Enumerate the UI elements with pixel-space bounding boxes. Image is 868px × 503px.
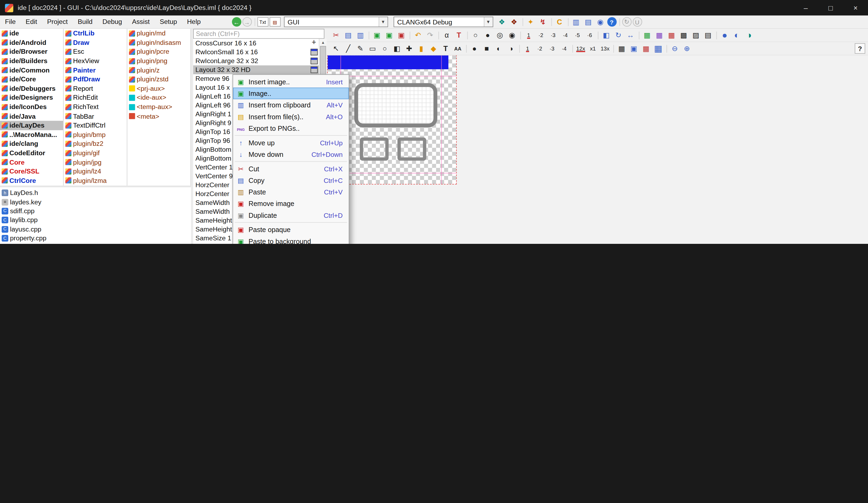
package-item[interactable]: plugin/bmp — [64, 130, 127, 139]
pattern-dark-icon[interactable]: ▩ — [678, 30, 689, 41]
menu[interactable]: Project — [42, 16, 73, 28]
size-3-icon[interactable]: ·3 — [546, 43, 557, 54]
select-tool-icon[interactable]: ↖ — [331, 43, 342, 54]
insert-image-icon[interactable]: ▣ — [371, 30, 382, 41]
package-item[interactable]: RichEdit — [64, 93, 127, 102]
image-list-item[interactable]: Layout 32 x 32 HD — [193, 65, 319, 74]
refresh-icon[interactable]: ↻ — [622, 17, 631, 27]
menu-item[interactable]: CopyCtrl+C — [233, 174, 349, 186]
help-icon[interactable]: ? — [607, 17, 616, 27]
back-icon[interactable]: ← — [231, 17, 241, 27]
package-item[interactable]: CodeEditor — [0, 148, 63, 157]
build-settings-icon[interactable]: ✦ — [525, 17, 536, 27]
hotspot-tool-icon[interactable]: ◆ — [428, 43, 439, 54]
package-item[interactable]: ide/Designers — [0, 93, 63, 102]
file-item[interactable]: property.cpp — [0, 234, 64, 243]
size-2-icon[interactable]: ·2 — [534, 43, 545, 54]
package-item[interactable]: ide — [0, 29, 63, 38]
assist-icon[interactable]: ◉ — [595, 17, 606, 27]
circle-filled-icon[interactable]: ● — [482, 30, 493, 41]
pattern-green-icon[interactable]: ▦ — [642, 30, 652, 41]
file-item[interactable]: laydes.key — [0, 198, 64, 207]
package-item[interactable]: plugin/png — [127, 57, 190, 66]
package-item[interactable]: TextDiffCtrl — [64, 121, 127, 130]
pen-3-icon[interactable]: ·3 — [547, 30, 558, 41]
undo-icon[interactable]: ↶ — [412, 30, 423, 41]
package-item[interactable]: plugin/lzma — [64, 176, 127, 185]
package-edit-icon[interactable]: ❖ — [508, 17, 519, 27]
package-item[interactable]: ide/IconDes — [0, 102, 63, 111]
package-item[interactable]: ide/Debuggers — [0, 84, 63, 93]
file-item[interactable]: textprop.cpp — [0, 243, 64, 244]
package-item[interactable]: plugin/md — [127, 29, 190, 38]
freehand-tool-icon[interactable]: ✎ — [355, 43, 366, 54]
zoom-12x-icon[interactable]: 12x — [575, 43, 586, 54]
circle-dot-icon[interactable]: ◉ — [507, 30, 518, 41]
image-list-item[interactable]: CrossCursor 16 x 16 — [193, 39, 319, 48]
size-4-icon[interactable]: ·4 — [559, 43, 570, 54]
package-item[interactable]: plugin/zstd — [127, 75, 190, 84]
package-item[interactable]: CtrlCore — [0, 176, 63, 185]
zoom-13x-icon[interactable]: 13x — [599, 43, 610, 54]
size-1-icon[interactable]: 1 — [522, 43, 533, 54]
package-item[interactable]: Core — [0, 158, 63, 167]
grid-large-icon[interactable]: ▦ — [652, 43, 663, 54]
rect-tool-icon[interactable]: ▭ — [367, 43, 378, 54]
sphere-icon[interactable]: ● — [719, 30, 730, 41]
menu-item[interactable]: DuplicateCtrl+D — [233, 210, 349, 221]
fill-tool-icon[interactable]: ◧ — [392, 43, 402, 54]
redo-icon[interactable]: ↷ — [424, 30, 435, 41]
pattern-grid-icon[interactable]: ▤ — [702, 30, 713, 41]
maximize-button[interactable]: □ — [818, 0, 843, 16]
package-item[interactable]: plugin/z — [127, 66, 190, 75]
help-button[interactable]: ? — [855, 43, 865, 54]
package-item[interactable]: Draw — [64, 38, 127, 47]
menu[interactable]: Assist — [127, 16, 155, 28]
package-item[interactable]: <temp-aux> — [127, 102, 190, 111]
pen-5-icon[interactable]: ·5 — [572, 30, 583, 41]
package-item[interactable]: plugin/pcre — [127, 47, 190, 57]
menu-item[interactable]: Export to PNGs.. — [233, 122, 349, 134]
search-input[interactable] — [193, 29, 324, 39]
menu[interactable]: Help — [182, 16, 206, 28]
build-method-select[interactable]: CLANGx64 Debug ▼ — [393, 17, 493, 27]
menu-item[interactable]: Move upCtrl+Up — [233, 137, 349, 149]
menu-item[interactable]: Paste opaque — [233, 224, 349, 235]
menu-item[interactable]: Remove image — [233, 198, 349, 210]
text-icon[interactable]: T — [453, 30, 464, 41]
menu-item[interactable]: CutCtrl+X — [233, 163, 349, 174]
menu-item[interactable]: Paste to background — [233, 235, 349, 244]
pattern-dither-icon[interactable]: ▨ — [690, 30, 701, 41]
circle-outline-icon[interactable]: ○ — [470, 30, 481, 41]
image-list-item[interactable]: RwIconLarge 32 x 32 — [193, 57, 319, 65]
antialias-icon[interactable]: AA — [452, 43, 463, 54]
file-item[interactable]: layusc.cpp — [0, 225, 64, 234]
package-item[interactable]: Painter — [64, 66, 127, 75]
square-pen-icon[interactable]: ■ — [481, 43, 492, 54]
package-item[interactable]: CtrlLib — [64, 29, 127, 38]
package-sync-icon[interactable]: ❖ — [496, 17, 507, 27]
package-item[interactable]: ide/Java — [0, 111, 63, 121]
menu-item[interactable]: Insert from file(s)..Alt+O — [233, 111, 349, 122]
pen-1-icon[interactable]: 1 — [523, 30, 534, 41]
forward-icon[interactable]: → — [242, 17, 252, 27]
package-item[interactable]: <meta> — [127, 111, 190, 121]
package-item[interactable]: ide/LayDes — [0, 121, 63, 130]
package-item[interactable]: <prj-aux> — [127, 84, 190, 93]
round-pen-icon[interactable]: ● — [469, 43, 480, 54]
zoom-in-icon[interactable]: ⊕ — [682, 43, 693, 54]
circle-ring-icon[interactable]: ◎ — [494, 30, 505, 41]
file-item[interactable]: laylib.cpp — [0, 216, 64, 225]
pen-4-icon[interactable]: ·4 — [560, 30, 571, 41]
package-item[interactable]: plugin/gif — [64, 148, 127, 157]
text-mode-icon[interactable]: Txt — [257, 17, 268, 27]
image-list-item[interactable]: RwIconSmall 16 x 16 — [193, 48, 319, 57]
minimize-button[interactable]: – — [793, 0, 818, 16]
grid-small-icon[interactable]: ▦ — [616, 43, 627, 54]
upphub-icon[interactable]: U — [632, 17, 642, 27]
package-item[interactable]: plugin/lz4 — [64, 167, 127, 176]
package-item[interactable]: TabBar — [64, 111, 127, 121]
package-item[interactable]: HexView — [64, 57, 127, 66]
debug-run-icon[interactable]: ↯ — [537, 17, 548, 27]
sphere-half-icon[interactable]: ◐ — [731, 30, 742, 41]
